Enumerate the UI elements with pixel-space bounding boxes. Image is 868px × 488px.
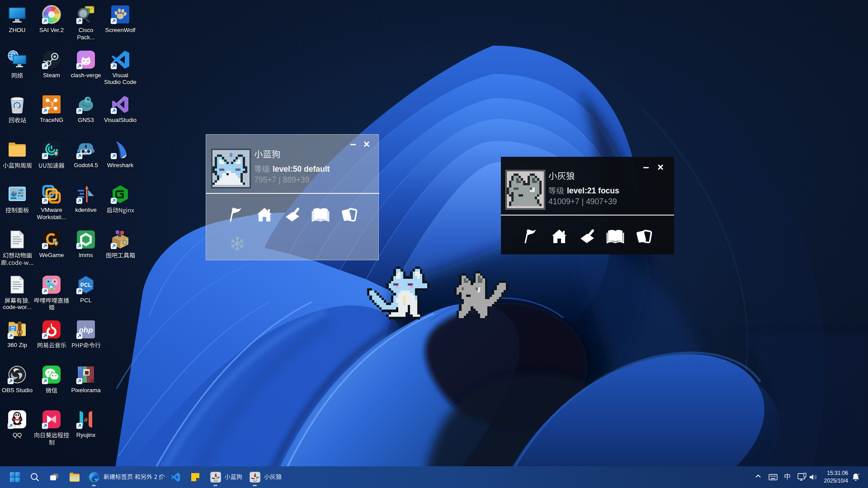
svg-text:z: z bbox=[859, 473, 860, 475]
svg-text:#: # bbox=[84, 416, 88, 423]
svg-text:PCL: PCL bbox=[80, 282, 91, 288]
svg-text:ZIP: ZIP bbox=[11, 329, 15, 332]
